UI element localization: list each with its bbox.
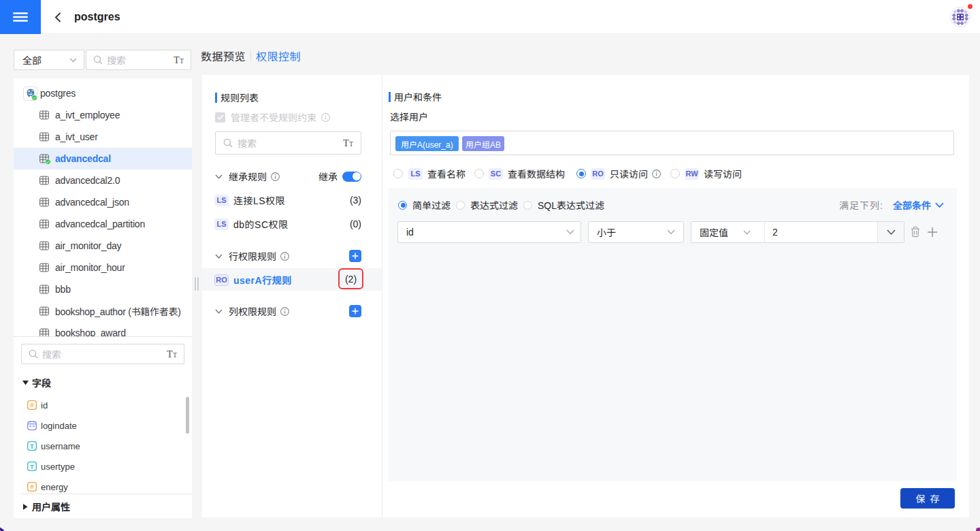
svg-text:T: T [30,442,34,450]
svg-text:#: # [30,483,33,490]
svg-text:#: # [30,402,33,408]
svg-text:T: T [30,463,34,470]
